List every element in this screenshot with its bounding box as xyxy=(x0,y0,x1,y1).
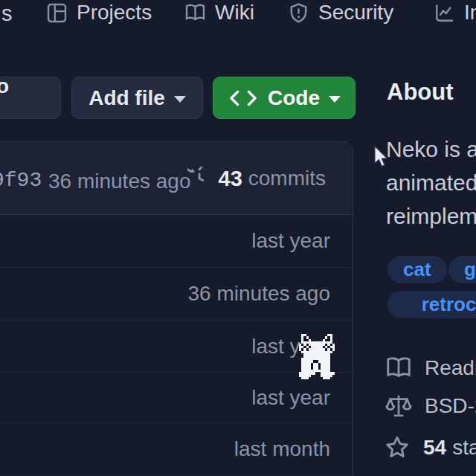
book-icon xyxy=(184,2,206,24)
history-icon xyxy=(187,167,211,190)
stars-count: 54 xyxy=(423,436,446,460)
go-to-file-button[interactable]: Go to file xyxy=(0,77,61,119)
nav-tab-label: Security xyxy=(318,1,393,25)
about-description-line: Neko is a xyxy=(386,137,476,162)
go-to-file-label: Go to file xyxy=(0,74,40,122)
neko-cat-sprite xyxy=(299,334,335,379)
nav-tab-label: Insights xyxy=(464,1,476,25)
stars-link[interactable]: 54 stars xyxy=(384,434,476,461)
readme-label: Readme xyxy=(425,356,476,380)
code-icon xyxy=(228,87,259,109)
nav-tab-insights[interactable]: Insights xyxy=(434,0,476,25)
file-updated-time[interactable]: last year xyxy=(251,386,330,410)
about-heading: About xyxy=(387,79,454,106)
latest-commit-bar: 9f93 36 minutes ago 43 commits xyxy=(0,142,353,215)
commit-time: 36 minutes ago xyxy=(48,170,190,193)
about-description-line: animated xyxy=(386,170,476,196)
book-icon xyxy=(385,355,412,382)
chevron-down-icon xyxy=(174,96,186,103)
nav-tab-partial[interactable]: s xyxy=(1,1,13,26)
commits-label: commits xyxy=(248,167,326,190)
file-updated-time[interactable]: 36 minutes ago xyxy=(188,282,330,306)
nav-tab-label: Wiki xyxy=(215,1,254,25)
nav-tab-security[interactable]: Security xyxy=(288,0,393,25)
code-button[interactable]: Code xyxy=(213,77,356,119)
readme-link[interactable]: Readme xyxy=(385,355,476,382)
law-icon xyxy=(385,393,412,419)
file-updated-time[interactable]: last year xyxy=(251,229,330,253)
commit-history-link[interactable]: 43 commits xyxy=(187,142,327,215)
topic-tag-cat[interactable]: cat xyxy=(387,256,447,283)
table-icon xyxy=(46,2,68,24)
graph-icon xyxy=(434,2,455,24)
code-label: Code xyxy=(268,86,320,110)
commits-count: 43 xyxy=(219,167,242,191)
license-link[interactable]: BSD-2-Clause license xyxy=(385,393,476,419)
add-file-label: Add file xyxy=(89,86,165,110)
about-description-line: reimplem xyxy=(386,204,476,229)
star-icon xyxy=(384,434,411,461)
chevron-down-icon xyxy=(329,96,341,103)
file-row[interactable]: 36 minutes ago xyxy=(0,268,353,321)
file-row[interactable]: last month xyxy=(0,423,353,475)
license-label: BSD-2-Clause license xyxy=(425,394,476,418)
stars-label: stars xyxy=(452,436,476,460)
file-row[interactable]: last year xyxy=(0,215,353,268)
shield-icon xyxy=(288,2,309,24)
commit-hash-link[interactable]: 9f93 xyxy=(0,169,42,192)
nav-tab-wiki[interactable]: Wiki xyxy=(184,0,254,25)
nav-tab-projects[interactable]: Projects xyxy=(46,0,152,25)
mouse-cursor xyxy=(373,145,388,168)
github-repo-page: { "nav": { "partial_left_label": "s", "i… xyxy=(0,0,476,476)
add-file-button[interactable]: Add file xyxy=(71,77,203,119)
topic-tag-retrocomputing[interactable]: retrocomp xyxy=(387,291,476,318)
nav-tab-label: Projects xyxy=(77,1,152,25)
file-updated-time[interactable]: last month xyxy=(234,437,330,461)
file-row[interactable]: last year xyxy=(0,373,353,423)
file-table: 9f93 36 minutes ago 43 commits last year… xyxy=(0,141,353,476)
topic-tag-go[interactable]: go xyxy=(448,256,476,283)
